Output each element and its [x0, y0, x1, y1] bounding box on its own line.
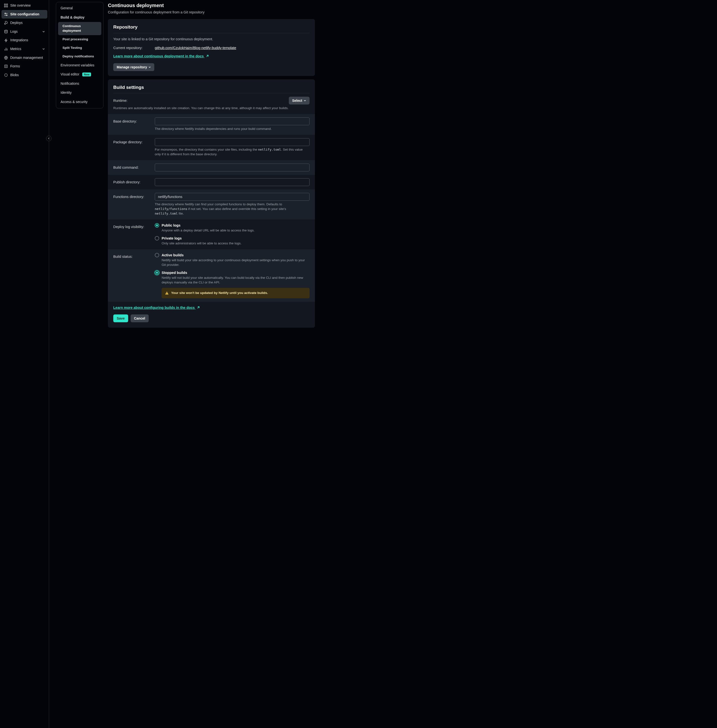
functions-directory-label: Functions directory: — [113, 193, 155, 199]
sliders-icon — [4, 12, 8, 16]
save-button[interactable]: Save — [113, 314, 128, 322]
repository-description: Your site is linked to a Git repository … — [113, 37, 310, 41]
page-subtitle: Configuration for continuous deployment … — [108, 10, 315, 15]
svg-rect-1 — [6, 4, 8, 5]
svg-rect-16 — [167, 293, 167, 294]
warning-icon — [165, 291, 169, 295]
build-status-row: Build status: Active builds Netlify will… — [108, 249, 315, 302]
subnav-continuous-deployment[interactable]: Continuous deployment — [58, 22, 101, 35]
base-directory-label: Base directory: — [113, 118, 155, 124]
primary-sidebar: Site overview Site configuration Deploys… — [0, 0, 49, 728]
nav-integrations[interactable]: Integrations — [2, 36, 47, 45]
functions-directory-input[interactable] — [155, 193, 310, 201]
build-status-label: Build status: — [113, 253, 155, 259]
subnav-deploy-notifications[interactable]: Deploy notifications — [58, 52, 101, 61]
nav-site-configuration[interactable]: Site configuration — [2, 10, 47, 19]
build-settings-heading: Build settings — [113, 84, 310, 93]
package-directory-row: Package directory: For monorepos, the di… — [108, 135, 315, 160]
bars-icon — [4, 47, 8, 51]
build-command-row: Build command: — [108, 160, 315, 175]
svg-rect-17 — [167, 294, 167, 294]
build-settings-card: Build settings Runtime: Select Runtimes … — [108, 79, 315, 328]
build-status-active-option[interactable]: Active builds Netlify will build your si… — [155, 253, 310, 267]
private-logs-title: Private logs — [162, 236, 241, 241]
nav-forms[interactable]: Forms — [2, 62, 47, 71]
nav-domain-management[interactable]: Domain management — [2, 53, 47, 62]
manage-repository-button[interactable]: Manage repository — [113, 63, 154, 71]
subnav-access-security[interactable]: Access & security — [56, 98, 103, 107]
nav-deploys[interactable]: Deploys — [2, 18, 47, 27]
bolt-icon — [4, 38, 8, 42]
nav-label: Deploys — [10, 20, 23, 25]
subnav-identity[interactable]: Identity — [56, 88, 103, 98]
external-link-icon — [206, 55, 209, 58]
functions-directory-row: Functions directory: The directory where… — [108, 189, 315, 220]
nav-metrics[interactable]: Metrics — [2, 45, 47, 53]
private-logs-help: Only site administrators will be able to… — [162, 241, 241, 246]
learn-more-builds-link[interactable]: Learn more about configuring builds in t… — [113, 306, 200, 310]
subnav-visual-editor[interactable]: Visual editor New — [56, 70, 103, 79]
subnav-notifications[interactable]: Notifications — [56, 79, 103, 89]
external-link-icon — [197, 306, 200, 309]
nav-logs[interactable]: Logs — [2, 27, 47, 36]
form-icon — [4, 64, 8, 69]
base-directory-input[interactable] — [155, 118, 310, 125]
nav-blobs[interactable]: Blobs — [2, 71, 47, 79]
subnav-visual-editor-label: Visual editor — [61, 72, 79, 76]
subnav-split-testing[interactable]: Split Testing — [58, 44, 101, 52]
learn-more-cd-text: Learn more about continuous deployment i… — [113, 54, 204, 58]
package-directory-input[interactable] — [155, 138, 310, 146]
stopped-builds-help: Netlify will not build your site automat… — [162, 276, 310, 285]
radio-icon — [155, 270, 159, 275]
collapse-sidebar-button[interactable] — [46, 136, 52, 141]
publish-directory-row: Publish directory: — [108, 175, 315, 189]
subnav-env-vars[interactable]: Environment variables — [56, 61, 103, 70]
chevron-down-icon — [42, 30, 45, 33]
cancel-button[interactable]: Cancel — [131, 314, 149, 322]
main-content: Continuous deployment Configuration for … — [104, 0, 318, 728]
base-directory-help: The directory where Netlify installs dep… — [155, 127, 310, 131]
learn-more-builds-text: Learn more about configuring builds in t… — [113, 306, 195, 310]
publish-directory-input[interactable] — [155, 178, 310, 186]
build-status-warning: Your site won't be updated by Netlify un… — [162, 288, 310, 298]
svg-rect-2 — [4, 6, 5, 7]
deploy-log-visibility-row: Deploy log visibility: Public logs Anyon… — [108, 220, 315, 249]
learn-more-cd-link[interactable]: Learn more about continuous deployment i… — [113, 54, 209, 58]
subnav-post-processing[interactable]: Post processing — [58, 35, 101, 44]
build-command-label: Build command: — [113, 163, 155, 170]
active-builds-help: Netlify will build your site according t… — [162, 258, 310, 267]
log-visibility-public-option[interactable]: Public logs Anyone with a deploy detail … — [155, 223, 310, 233]
warning-text: Your site won't be updated by Netlify un… — [171, 291, 268, 295]
current-repo-link[interactable]: github.com/CzulokHaim/Blog-netlify-buddy… — [155, 46, 236, 50]
public-logs-help: Anyone with a deploy detail URL will be … — [162, 228, 255, 233]
nav-label: Site overview — [10, 3, 31, 8]
dashboard-icon — [4, 4, 8, 8]
new-badge: New — [82, 73, 91, 76]
svg-rect-3 — [6, 6, 8, 7]
nav-site-overview[interactable]: Site overview — [2, 1, 47, 10]
radio-icon — [155, 253, 159, 257]
runtime-select-button[interactable]: Select — [289, 97, 310, 104]
runtime-help-text: Runtimes are automatically installed on … — [113, 106, 310, 111]
build-command-input[interactable] — [155, 163, 310, 171]
globe-icon — [4, 56, 8, 60]
runtime-select-label: Select — [292, 99, 302, 102]
repository-heading: Repository — [113, 24, 310, 33]
page-title: Continuous deployment — [108, 2, 315, 9]
deploy-log-visibility-label: Deploy log visibility: — [113, 223, 155, 229]
subnav-build-deploy[interactable]: Build & deploy — [56, 13, 103, 22]
svg-point-6 — [5, 13, 6, 14]
build-status-stopped-option[interactable]: Stopped builds Netlify will not build yo… — [155, 270, 310, 298]
secondary-sidebar: General Build & deploy Continuous deploy… — [49, 0, 104, 728]
nav-label: Integrations — [10, 38, 28, 43]
package-directory-help: For monorepos, the directory that contai… — [155, 148, 310, 157]
rocket-icon — [4, 21, 8, 25]
nav-label: Blobs — [10, 73, 19, 78]
nav-label: Metrics — [10, 47, 21, 52]
log-visibility-private-option[interactable]: Private logs Only site administrators wi… — [155, 236, 310, 246]
nav-label: Forms — [10, 64, 20, 69]
subnav-general[interactable]: General — [56, 4, 103, 13]
svg-rect-0 — [4, 4, 5, 5]
repository-card: Repository Your site is linked to a Git … — [108, 19, 315, 76]
nav-label: Domain management — [10, 55, 43, 60]
